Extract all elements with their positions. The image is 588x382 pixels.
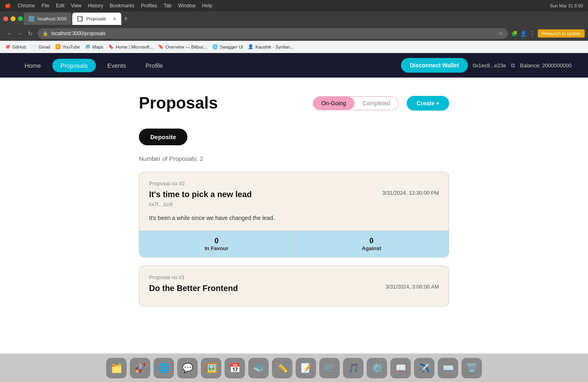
- filter-buttons: On-Going Completed: [313, 96, 399, 110]
- bookmark-maps[interactable]: 🗺️ Maps: [85, 44, 103, 49]
- relaunch-button[interactable]: Relaunch to update: [538, 29, 585, 38]
- apple-logo: 🍎: [5, 3, 11, 9]
- dock-safari[interactable]: 🌐: [154, 358, 174, 378]
- proposal-title-row-2: It's time to pick a new lead 3/31/2024, …: [149, 190, 439, 199]
- dock-pencil[interactable]: ✏️: [272, 358, 292, 378]
- dock-music[interactable]: 🎵: [343, 358, 363, 378]
- browser-tab[interactable]: 🌐 localhost:3000: [24, 13, 71, 25]
- menu-window[interactable]: Window: [178, 3, 196, 9]
- proposal-address-2: kx7f....6zi9: [149, 202, 439, 207]
- page-title: Proposals: [139, 94, 305, 112]
- nav-profile[interactable]: Profile: [138, 59, 172, 72]
- dock-settings[interactable]: ⚙️: [367, 358, 387, 378]
- dock-messages[interactable]: 💬: [177, 358, 198, 378]
- back-button[interactable]: ←: [5, 29, 14, 38]
- deposite-button[interactable]: Deposite: [139, 129, 187, 145]
- nav-proposals[interactable]: Proposals: [52, 59, 96, 72]
- balance-display: Balance: 2000000000: [520, 62, 572, 69]
- dock-terminal[interactable]: ⌨️: [438, 358, 458, 378]
- menu-bookmarks[interactable]: Bookmarks: [110, 3, 134, 9]
- microsoft-icon: 🔖: [108, 44, 114, 49]
- infavour-count-2: 0: [145, 237, 288, 245]
- bookmark-gmail[interactable]: ✉️ Gmail: [31, 44, 50, 49]
- card-body-2: Proposal no #2 It's time to pick a new l…: [139, 172, 449, 231]
- menu-help[interactable]: Help: [202, 3, 212, 9]
- bitbucket-icon: 🔖: [158, 44, 164, 49]
- vote-against-2: 0 Against: [294, 231, 449, 257]
- profile-button[interactable]: 👤: [520, 31, 527, 37]
- proposal-no-1: Proposal no #1: [149, 274, 439, 280]
- bookmark-bitbucket[interactable]: 🔖 Overview — Bitbuc...: [158, 44, 207, 49]
- bookmark-kaushik[interactable]: 👤 Kaushik - Synlian...: [248, 44, 294, 49]
- tab-label-active: Proposals: [86, 16, 106, 21]
- browser-tab-active[interactable]: 📄 Proposals ✕: [72, 13, 121, 25]
- dock-appstore[interactable]: 🛒: [319, 358, 340, 378]
- menu-history[interactable]: History: [88, 3, 103, 9]
- card-footer-2: 0 In Favour 0 Against: [139, 231, 449, 257]
- url-text[interactable]: localhost:3000/proposals: [51, 31, 495, 36]
- dock-calendar[interactable]: 📅: [225, 358, 245, 378]
- bookmark-youtube[interactable]: ▶️ YouTube: [55, 44, 80, 49]
- nav-events[interactable]: Events: [99, 59, 134, 72]
- swagger-icon: 🌐: [212, 44, 218, 49]
- copy-address-icon[interactable]: ⧉: [511, 62, 515, 69]
- proposal-card-2[interactable]: Proposal no #2 It's time to pick a new l…: [139, 172, 449, 258]
- menu-edit[interactable]: Edit: [56, 3, 65, 9]
- close-button[interactable]: [3, 16, 8, 21]
- menu-button[interactable]: ⋮: [529, 30, 535, 38]
- bookmark-microsoft[interactable]: 🔖 Home | Microsoft...: [108, 44, 153, 49]
- forward-button[interactable]: →: [16, 29, 24, 38]
- star-icon[interactable]: ☆: [499, 31, 503, 36]
- tab-label: localhost:3000: [38, 16, 67, 21]
- tab-close[interactable]: ✕: [113, 16, 116, 22]
- bookmark-github[interactable]: 🐙 GitHub: [5, 44, 26, 49]
- dock-photos[interactable]: 🖼️: [201, 358, 221, 378]
- maps-icon: 🗺️: [85, 44, 91, 49]
- github-icon: 🐙: [5, 44, 11, 49]
- menu-profiles[interactable]: Profiles: [141, 3, 157, 9]
- browser-address-bar: ← → ↻ 🔒 localhost:3000/proposals ☆ 🧩 👤 ⋮…: [0, 26, 588, 41]
- proposal-no-2: Proposal no #2: [149, 180, 439, 187]
- extensions-button[interactable]: 🧩: [511, 31, 518, 37]
- filter-ongoing-button[interactable]: On-Going: [313, 97, 354, 110]
- proposal-description-2: It's been a while since we have changed …: [149, 214, 439, 222]
- dock-telegram[interactable]: ✈️: [414, 358, 434, 378]
- filter-completed-button[interactable]: Completed: [354, 97, 399, 110]
- gmail-icon: ✉️: [31, 44, 37, 49]
- youtube-icon: ▶️: [55, 44, 61, 49]
- browser-tabs-bar: 🌐 localhost:3000 📄 Proposals ✕ +: [0, 11, 588, 26]
- wallet-address: 0x1ec8...e23e: [473, 62, 506, 69]
- mac-time: Sun Mar 31 8:50: [550, 3, 583, 8]
- new-tab-button[interactable]: +: [124, 15, 128, 23]
- nav-right: Disconnect Wallet 0x1ec8...e23e ⧉ Balanc…: [401, 58, 572, 73]
- tab-favicon: 🌐: [29, 16, 34, 22]
- menu-view[interactable]: View: [71, 3, 82, 9]
- dock-finder[interactable]: 🗂️: [106, 358, 127, 378]
- proposal-title-row-1: Do the Better Frontend 3/31/2024, 3:00:0…: [149, 284, 439, 293]
- card-body-1: Proposal no #1 Do the Better Frontend 3/…: [139, 266, 449, 304]
- dock-dict[interactable]: 📖: [390, 358, 411, 378]
- nav-home[interactable]: Home: [16, 59, 49, 72]
- deposite-section: Deposite: [139, 129, 449, 145]
- maximize-button[interactable]: [18, 16, 23, 21]
- main-content: Proposals On-Going Completed Create + De…: [131, 78, 457, 331]
- menu-file[interactable]: File: [42, 3, 49, 9]
- create-proposal-button[interactable]: Create +: [407, 96, 449, 111]
- proposal-date-1: 3/31/2024, 3:00:00 AM: [385, 284, 439, 290]
- bookmark-swagger[interactable]: 🌐 Swagger UI: [212, 44, 243, 49]
- app-navbar: Home Proposals Events Profile Disconnect…: [0, 53, 588, 78]
- minimize-button[interactable]: [11, 16, 16, 21]
- proposal-card-1[interactable]: Proposal no #1 Do the Better Frontend 3/…: [139, 266, 449, 306]
- dock-docker[interactable]: 🐳: [248, 358, 269, 378]
- dock-launchpad[interactable]: 🚀: [130, 358, 150, 378]
- dock-notes[interactable]: 📝: [296, 358, 316, 378]
- menu-tab[interactable]: Tab: [164, 3, 172, 9]
- proposal-title-1: Do the Better Frontend: [149, 284, 238, 293]
- menu-chrome[interactable]: Chrome: [18, 3, 35, 9]
- mac-bar: 🍎 Chrome File Edit View History Bookmark…: [0, 0, 588, 11]
- dock-trash[interactable]: 🗑️: [461, 358, 482, 378]
- disconnect-wallet-button[interactable]: Disconnect Wallet: [401, 58, 468, 73]
- kaushik-icon: 👤: [248, 44, 254, 49]
- reload-button[interactable]: ↻: [26, 29, 34, 38]
- address-bar[interactable]: 🔒 localhost:3000/proposals ☆: [38, 28, 508, 39]
